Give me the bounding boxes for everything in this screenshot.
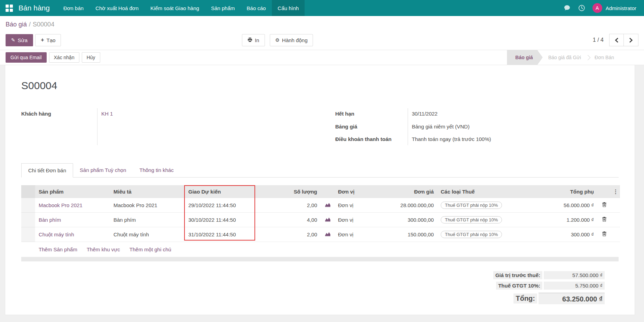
tax-badge[interactable]: Thuế GTGT phải nộp 10% <box>441 231 502 238</box>
add-product-link[interactable]: Thêm Sản phẩm <box>39 246 77 252</box>
uom-cell[interactable]: Đơn vị <box>335 198 378 213</box>
product-link[interactable]: Chuột máy tính <box>39 231 74 237</box>
menu-cho-xuat-hoa-don[interactable]: Chờ xuất Hoá đơn <box>89 0 144 16</box>
tax-badge[interactable]: Thuế GTGT phải nộp 10% <box>441 216 502 223</box>
chevron-left-icon <box>615 38 619 43</box>
unit-price-cell[interactable]: 150.000,00 <box>378 227 437 242</box>
tab-order-lines[interactable]: Chi tiết Đơn bán <box>21 163 73 178</box>
tab-other-info[interactable]: Thông tin khác <box>133 163 180 178</box>
user-menu[interactable]: A Administrator <box>592 3 636 13</box>
add-note-link[interactable]: Thêm một ghi chú <box>129 246 171 252</box>
quantity-cell[interactable]: 4,00 <box>254 212 321 227</box>
delete-line-icon[interactable] <box>602 217 607 222</box>
subtotal-cell: 56.000.000 ₫ <box>531 198 597 213</box>
pricelist-value[interactable]: Bảng giá niêm yết (VND) <box>408 123 470 131</box>
description-cell[interactable]: Macbook Pro 2021 <box>110 198 185 213</box>
unit-price-cell[interactable]: 300.000,00 <box>378 212 437 227</box>
app-title[interactable]: Bán hàng <box>16 0 57 16</box>
quantity-cell[interactable]: 2,00 <box>254 227 321 242</box>
expiration-value[interactable]: 30/11/2022 <box>408 110 438 118</box>
apps-menu-button[interactable] <box>0 0 16 16</box>
stage-don-ban[interactable]: Đơn Bán <box>589 50 620 65</box>
stage-bao-gia-da-gui[interactable]: Báo giá đã Gửi <box>543 50 587 65</box>
subtotal-column-header[interactable]: Tổng phụ <box>531 185 597 198</box>
description-cell[interactable]: Bàn phím <box>110 212 185 227</box>
description-column-header[interactable]: Miêu tả <box>110 185 185 198</box>
action-button[interactable]: ⚙ Hành động <box>270 34 313 46</box>
forecast-chart-icon[interactable] <box>325 217 331 222</box>
group-separator-line <box>408 108 408 145</box>
table-footer-links: Thêm Sản phẩm Thêm khu vực Thêm một ghi … <box>21 242 619 256</box>
create-button[interactable]: + Tạo <box>35 34 61 46</box>
delivery-column-header[interactable]: Giao Dự kiến <box>185 185 254 198</box>
delete-line-icon[interactable] <box>602 231 607 236</box>
uom-cell[interactable]: Đơn vị <box>335 212 378 227</box>
grand-total-line: Tổng: 63.250.000 ₫ <box>513 293 605 304</box>
table-row[interactable]: Chuột máy tính Chuột máy tính 31/10/2022… <box>21 227 620 242</box>
menu-bao-cao[interactable]: Báo cáo <box>241 0 272 16</box>
product-link[interactable]: Macbook Pro 2021 <box>39 202 83 208</box>
quantity-column-header[interactable]: Số lượng <box>254 185 321 198</box>
breadcrumb-parent-link[interactable]: Báo giá <box>6 21 27 28</box>
delivery-cell[interactable]: 30/10/2022 11:44:50 <box>185 212 254 227</box>
breadcrumb-separator: / <box>27 21 33 28</box>
user-name: Administrator <box>606 5 636 11</box>
unit-price-column-header[interactable]: Đơn giá <box>378 185 437 198</box>
product-column-header[interactable]: Sản phẩm <box>35 185 110 198</box>
customer-value-link[interactable]: KH 1 <box>97 110 113 118</box>
description-cell[interactable]: Chuột máy tính <box>110 227 185 242</box>
top-menu: Đơn bán Chờ xuất Hoá đơn Kiểm soát Giao … <box>57 0 305 16</box>
activity-clock-icon[interactable] <box>578 4 586 12</box>
subtotal-cell: 300.000 ₫ <box>531 227 597 242</box>
table-bottom-scrollbar[interactable] <box>21 257 619 261</box>
tax-amount-line: Thuế GTGT 10%: 5.750.000 ₫ <box>496 282 605 290</box>
row-handle[interactable] <box>21 227 35 242</box>
table-row[interactable]: Macbook Pro 2021 Macbook Pro 2021 29/10/… <box>21 198 620 213</box>
print-button[interactable]: In <box>242 34 265 46</box>
tax-badge[interactable]: Thuế GTGT phải nộp 10% <box>441 202 502 209</box>
add-section-link[interactable]: Thêm khu vực <box>87 246 120 252</box>
row-handle[interactable] <box>21 198 35 213</box>
quantity-cell[interactable]: 2,00 <box>254 198 321 213</box>
send-email-button[interactable]: Gửi qua Email <box>6 52 47 63</box>
forecast-chart-icon[interactable] <box>325 202 331 207</box>
edit-button[interactable]: ✎ Sửa <box>6 34 33 46</box>
table-row[interactable]: Bàn phím Bàn phím 30/10/2022 11:44:50 4,… <box>21 212 620 227</box>
notebook-tabs: Chi tiết Đơn bán Sản phẩm Tuỳ chọn Thông… <box>21 163 619 178</box>
pencil-icon: ✎ <box>11 38 15 42</box>
menu-cau-hinh[interactable]: Cấu hình <box>272 0 305 16</box>
pager-next-button[interactable] <box>624 34 638 46</box>
menu-kiem-soat-giao-hang[interactable]: Kiểm soát Giao hàng <box>144 0 205 16</box>
delete-line-icon[interactable] <box>602 202 607 207</box>
payment-terms-value[interactable]: Thanh toán ngay (trả trước 100%) <box>408 135 491 143</box>
pager-count: 1 / 4 <box>593 37 604 43</box>
confirm-button[interactable]: Xác nhận <box>49 52 79 63</box>
grand-total-label: Tổng: <box>513 293 537 304</box>
gear-icon: ⚙ <box>275 38 280 42</box>
delivery-cell[interactable]: 31/10/2022 11:44:50 <box>185 227 254 242</box>
subtotal-cell: 1.200.000 ₫ <box>531 212 597 227</box>
menu-san-pham[interactable]: Sản phẩm <box>205 0 241 16</box>
column-options-icon[interactable]: ⋮ <box>613 189 619 195</box>
plus-icon: + <box>41 37 44 43</box>
stage-bao-gia[interactable]: Báo giá <box>507 50 543 65</box>
table-header-row: Sản phẩm Miêu tả Giao Dự kiến Số lượng Đ… <box>21 185 620 198</box>
delivery-cell[interactable]: 29/10/2022 11:44:50 <box>185 198 254 213</box>
forecast-chart-icon[interactable] <box>325 231 331 236</box>
menu-don-ban[interactable]: Đơn bán <box>57 0 89 16</box>
expiration-label: Hết hạn <box>335 110 408 118</box>
row-handle[interactable] <box>21 212 35 227</box>
customer-label: Khách hàng <box>21 110 97 118</box>
unit-price-cell[interactable]: 28.000.000,00 <box>378 198 437 213</box>
uom-column-header[interactable]: Đơn vị <box>335 185 378 198</box>
product-link[interactable]: Bàn phím <box>39 217 61 223</box>
user-avatar: A <box>592 3 602 13</box>
cancel-button[interactable]: Hủy <box>82 52 100 63</box>
taxes-column-header[interactable]: Các loại Thuế <box>437 185 531 198</box>
control-panel: Báo giá/S00004 ✎ Sửa + Tạo In ⚙ Hành độn… <box>0 16 644 50</box>
order-info-group: Hết hạn 30/11/2022 Bảng giá Bảng giá niê… <box>335 108 610 146</box>
pager-previous-button[interactable] <box>609 34 624 46</box>
tab-optional-products[interactable]: Sản phẩm Tuỳ chọn <box>73 163 133 178</box>
uom-cell[interactable]: Đơn vị <box>335 227 378 242</box>
messages-icon[interactable] <box>563 4 571 12</box>
